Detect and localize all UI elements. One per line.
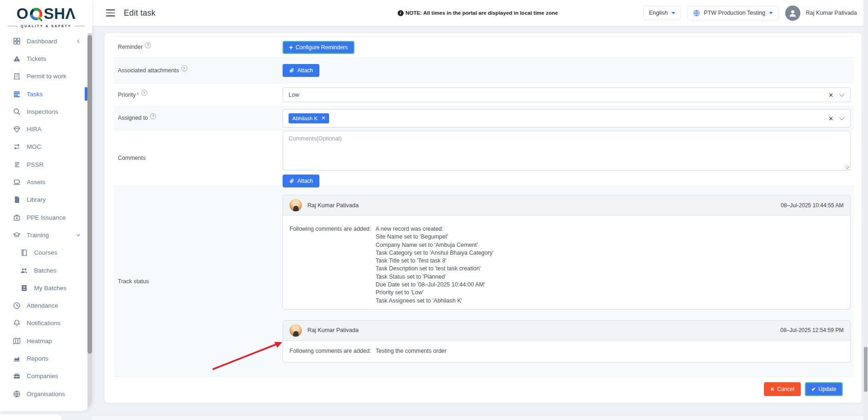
sidebar-item-attendance[interactable]: Attendance: [0, 297, 92, 314]
chevron-left-icon[interactable]: [76, 39, 81, 44]
priority-select[interactable]: Low ✕: [283, 88, 851, 102]
globe-icon: [693, 10, 700, 17]
comments-label: Comments: [118, 155, 283, 161]
file-icon: [13, 196, 21, 204]
brand-logo: O SHΛ QUALITY & SAFETY: [0, 0, 92, 28]
language-dropdown-value: English: [649, 10, 668, 16]
sidebar-item-companies[interactable]: Companies: [0, 368, 92, 385]
tenant-dropdown[interactable]: PTW Production Testing: [688, 6, 778, 20]
associated-attachments-row: Associated attachments? Attach: [114, 58, 854, 83]
chevron-down-icon[interactable]: [839, 115, 844, 120]
sidebar-item-ppe-issuance[interactable]: PPE Issuance: [0, 209, 92, 226]
assignee-chip[interactable]: Abhilash K ✕: [289, 113, 329, 123]
users-icon: [20, 267, 28, 274]
page-scrollbar-thumb[interactable]: [864, 347, 868, 392]
sidebar-item-dashboard[interactable]: Dashboard: [0, 32, 92, 50]
logo-text-left: O: [17, 5, 29, 23]
sidebar-scrollbar-thumb[interactable]: [87, 35, 92, 354]
sidebar-scrollbar[interactable]: [87, 33, 92, 411]
paperclip-icon: [289, 178, 295, 184]
sidebar-item-library[interactable]: Library: [0, 191, 92, 209]
briefcase-plus-icon: [13, 214, 21, 222]
comment-prefix: Following comments are added:: [289, 347, 376, 355]
reminder-row: Reminder? + Configure Reminders: [114, 36, 854, 58]
comments-attach-button[interactable]: Attach: [283, 175, 319, 187]
comment-timestamp: 08–Jul-2025 10:44:55 AM: [781, 202, 844, 209]
help-icon[interactable]: ?: [150, 113, 156, 119]
comment-lines: A new record was created: Site Name set …: [376, 225, 493, 305]
sidebar-item-hira[interactable]: HIRA: [0, 120, 92, 138]
attach-button[interactable]: Attach: [283, 64, 319, 77]
sidebar-item-organisations[interactable]: Organisations: [0, 385, 92, 402]
comments-textarea[interactable]: [283, 131, 851, 170]
track-status-row: Track status Raj Kumar Pativada 08–Jul-2…: [114, 186, 854, 376]
sidebar-item-inspections[interactable]: Inspections: [0, 103, 92, 120]
briefcase-icon: [13, 372, 21, 380]
sidebar-item-heatmap[interactable]: Heatmap: [0, 332, 92, 350]
person-icon: [788, 9, 797, 18]
sidebar-item-assets[interactable]: Assets: [0, 173, 92, 191]
sidebar-card: O SHΛ QUALITY & SAFETY Dashboard Tickets…: [0, 0, 92, 411]
comment-author-avatar: [289, 199, 302, 211]
swap-arrows-icon: [13, 143, 21, 151]
priority-select-value: Low: [289, 92, 299, 98]
clear-icon[interactable]: ✕: [828, 92, 833, 98]
sidebar-item-tasks[interactable]: Tasks: [0, 85, 92, 103]
track-entry-header: Raj Kumar Pativada 08–Jul-2025 12:54:59 …: [283, 321, 850, 341]
sidebar-item-sites[interactable]: Sites: [0, 414, 62, 420]
help-icon[interactable]: ?: [181, 65, 187, 71]
assigned-to-multiselect[interactable]: Abhilash K ✕ ✕: [283, 109, 851, 128]
sidebar-item-training[interactable]: Training: [0, 226, 92, 244]
list-lines-icon: [13, 161, 21, 169]
plus-icon: +: [289, 45, 293, 50]
top-header: Edit task i NOTE: All times in the porta…: [92, 0, 863, 26]
warning-icon: [13, 55, 21, 63]
track-status-label: Track status: [118, 187, 283, 376]
sidebar-overflow-panel: Sites: [0, 414, 62, 420]
comments-row: Comments Attach: [114, 129, 854, 186]
track-status-entry: Raj Kumar Pativada 08–Jul-2025 12:54:59 …: [283, 320, 851, 362]
update-button[interactable]: ✔ Update: [805, 382, 843, 396]
sidebar-item-permit-to-work[interactable]: Permit to work: [0, 68, 92, 85]
clear-icon[interactable]: ✕: [828, 115, 833, 121]
sidebar-item-reports[interactable]: Reports: [0, 350, 92, 367]
language-dropdown[interactable]: English: [643, 6, 681, 20]
chip-remove-icon[interactable]: ✕: [321, 116, 325, 121]
next-section-edge: [92, 415, 863, 420]
sidebar-item-notifications[interactable]: Notifications: [0, 315, 92, 332]
graduation-cap-icon: [13, 231, 21, 239]
user-name: Raj Kumar Pativada: [806, 10, 857, 16]
form-actions: ✕ Cancel ✔ Update: [114, 376, 854, 396]
id-book-icon: [20, 284, 28, 292]
caret-down-icon: [769, 12, 773, 14]
caret-down-icon: [671, 12, 675, 14]
page-title: Edit task: [124, 8, 156, 18]
diamond-icon: [13, 125, 21, 133]
chart-icon: [13, 355, 21, 362]
configure-reminders-button[interactable]: + Configure Reminders: [283, 41, 354, 54]
comment-author-avatar: [289, 324, 302, 337]
hamburger-menu-icon[interactable]: [106, 9, 115, 16]
sidebar-item-batches[interactable]: Batches: [0, 262, 92, 279]
comment-timestamp: 08–Jul-2025 12:54:59 PM: [781, 327, 844, 333]
cancel-button[interactable]: ✕ Cancel: [764, 382, 801, 396]
logo-q-icon: [30, 8, 42, 20]
laptop-icon: [13, 178, 21, 186]
help-icon[interactable]: ?: [145, 42, 151, 48]
track-entry-body: Following comments are added: A new reco…: [283, 216, 850, 309]
globe-icon: [13, 390, 21, 398]
sidebar-item-pssr[interactable]: PSSR: [0, 156, 92, 173]
resize-handle[interactable]: [845, 165, 849, 169]
help-icon[interactable]: ?: [141, 90, 147, 96]
chevron-down-icon[interactable]: [76, 233, 81, 238]
map-icon: [13, 337, 21, 345]
chevron-down-icon[interactable]: [839, 92, 844, 97]
sidebar-item-moc[interactable]: MOC: [0, 138, 92, 156]
sidebar-item-my-batches[interactable]: My Batches: [0, 279, 92, 297]
sidebar-item-tickets[interactable]: Tickets: [0, 50, 92, 67]
page-scrollbar[interactable]: [863, 0, 868, 420]
priority-label: Priority*?: [118, 92, 283, 99]
sidebar-item-courses[interactable]: Courses: [0, 244, 92, 262]
close-icon: ✕: [770, 386, 775, 392]
user-avatar[interactable]: [785, 6, 800, 21]
